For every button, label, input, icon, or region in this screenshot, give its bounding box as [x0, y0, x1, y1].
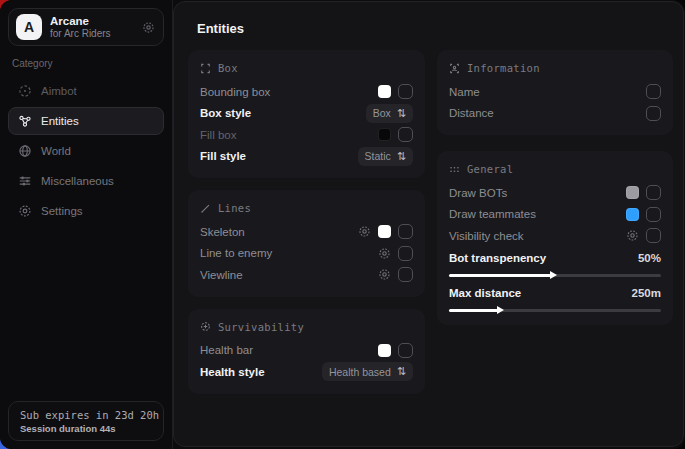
panel-title: General [467, 163, 513, 175]
sidebar-item-entities[interactable]: Entities [8, 107, 164, 135]
row-label: Fill style [200, 150, 246, 162]
select-value: Health based [329, 366, 391, 378]
visibility-config-gear-icon[interactable] [626, 229, 639, 242]
skeleton-config-gear-icon[interactable] [358, 225, 371, 238]
app-settings-gear-icon[interactable] [142, 21, 155, 34]
app-subtitle: for Arc Riders [50, 28, 111, 40]
line-to-enemy-checkbox[interactable] [398, 246, 413, 261]
draw-teammates-checkbox[interactable] [646, 207, 661, 222]
row-fill-box: Fill box [200, 124, 413, 146]
health-bar-checkbox[interactable] [398, 343, 413, 358]
globe-icon [18, 144, 32, 158]
max-distance-slider[interactable] [449, 309, 661, 312]
general-dots-icon [449, 164, 460, 175]
app-window: A Arcane for Arc Riders Category Aimbot [0, 0, 685, 449]
diagonal-line-icon [200, 203, 211, 214]
survivability-icon [200, 321, 211, 332]
row-label: Distance [449, 107, 494, 119]
row-label: Line to enemy [200, 247, 272, 259]
row-box-style: Box style Box ⇅ [200, 103, 413, 125]
row-label: Name [449, 86, 480, 98]
box-style-select[interactable]: Box ⇅ [366, 104, 413, 123]
updown-caret-icon: ⇅ [397, 151, 406, 162]
row-fill-style: Fill style Static ⇅ [200, 146, 413, 168]
sidebar-item-settings[interactable]: Settings [8, 197, 164, 225]
row-label: Health style [200, 366, 265, 378]
entities-nodes-icon [18, 114, 32, 128]
panel-lines: Lines Skeleton [188, 190, 425, 297]
panel-title: Lines [218, 202, 251, 214]
row-label: Visibility check [449, 230, 524, 242]
row-label: Skeleton [200, 226, 245, 238]
row-label: Max distance [449, 287, 521, 299]
main-area: Entities Box Bounding box [173, 1, 684, 447]
color-swatch[interactable] [378, 85, 391, 98]
row-distance: Distance [449, 103, 661, 125]
panel-title: Box [218, 62, 238, 74]
row-label: Box style [200, 107, 251, 119]
sidebar: A Arcane for Arc Riders Category Aimbot [0, 0, 173, 449]
panel-survivability: Survivability Health bar Health style He… [188, 309, 425, 394]
category-label: Category [12, 58, 160, 69]
row-viewline: Viewline [200, 264, 413, 286]
panel-box: Box Bounding box Box style Box ⇅ [188, 50, 425, 178]
viewline-checkbox[interactable] [398, 267, 413, 282]
line-to-enemy-config-gear-icon[interactable] [378, 247, 391, 260]
box-brackets-icon [200, 63, 211, 74]
row-draw-bots: Draw BOTs [449, 182, 661, 204]
bot-transparency-group: Bot transpenency 50% [449, 249, 661, 277]
draw-bots-checkbox[interactable] [646, 185, 661, 200]
sidebar-item-aimbot[interactable]: Aimbot [8, 77, 164, 105]
information-icon [449, 63, 460, 74]
sidebar-item-miscellaneous[interactable]: Miscellaneous [8, 167, 164, 195]
subscription-card: Sub expires in 23d 20h Session duration … [8, 401, 164, 441]
bot-transparency-slider[interactable] [449, 274, 661, 277]
max-distance-group: Max distance 250m [449, 284, 661, 312]
bounding-box-checkbox[interactable] [398, 84, 413, 99]
skeleton-checkbox[interactable] [398, 224, 413, 239]
row-health-bar: Health bar [200, 340, 413, 362]
sidebar-item-label: Entities [41, 115, 79, 127]
color-swatch[interactable] [378, 225, 391, 238]
row-label: Draw BOTs [449, 187, 507, 199]
slider-thumb[interactable] [550, 271, 557, 279]
row-skeleton: Skeleton [200, 221, 413, 243]
sidebar-item-label: Miscellaneous [41, 175, 114, 187]
row-label: Health bar [200, 344, 253, 356]
health-style-select[interactable]: Health based ⇅ [322, 362, 413, 381]
visibility-check-checkbox[interactable] [646, 228, 661, 243]
fill-style-select[interactable]: Static ⇅ [358, 147, 413, 166]
viewline-config-gear-icon[interactable] [378, 268, 391, 281]
color-swatch[interactable] [626, 208, 639, 221]
row-bounding-box: Bounding box [200, 81, 413, 103]
select-value: Box [373, 107, 391, 119]
panel-title: Information [467, 62, 540, 74]
row-label: Viewline [200, 269, 243, 281]
app-logo-card: A Arcane for Arc Riders [8, 8, 164, 46]
color-swatch[interactable] [378, 128, 391, 141]
row-line-to-enemy: Line to enemy [200, 243, 413, 265]
row-label: Draw teammates [449, 208, 536, 220]
sidebar-item-label: Settings [41, 205, 83, 217]
page-title: Entities [174, 2, 683, 36]
panel-information: Information Name Distance [437, 50, 673, 135]
row-name: Name [449, 81, 661, 103]
fill-box-checkbox[interactable] [398, 127, 413, 142]
color-swatch[interactable] [378, 344, 391, 357]
color-swatch[interactable] [626, 186, 639, 199]
distance-checkbox[interactable] [646, 106, 661, 121]
panel-general: General Draw BOTs Draw teammates [437, 151, 673, 325]
row-label: Bot transpenency [449, 252, 546, 264]
sub-expiry-text: Sub expires in 23d 20h [20, 409, 152, 421]
select-value: Static [365, 150, 391, 162]
slider-value: 50% [638, 252, 661, 264]
session-duration-text: Session duration 44s [20, 423, 152, 434]
panel-title: Survivability [218, 321, 304, 333]
sidebar-item-world[interactable]: World [8, 137, 164, 165]
row-draw-teammates: Draw teammates [449, 204, 661, 226]
sidebar-item-label: World [41, 145, 71, 157]
slider-value: 250m [632, 287, 661, 299]
name-checkbox[interactable] [646, 84, 661, 99]
slider-thumb[interactable] [497, 306, 504, 314]
row-health-style: Health style Health based ⇅ [200, 361, 413, 383]
